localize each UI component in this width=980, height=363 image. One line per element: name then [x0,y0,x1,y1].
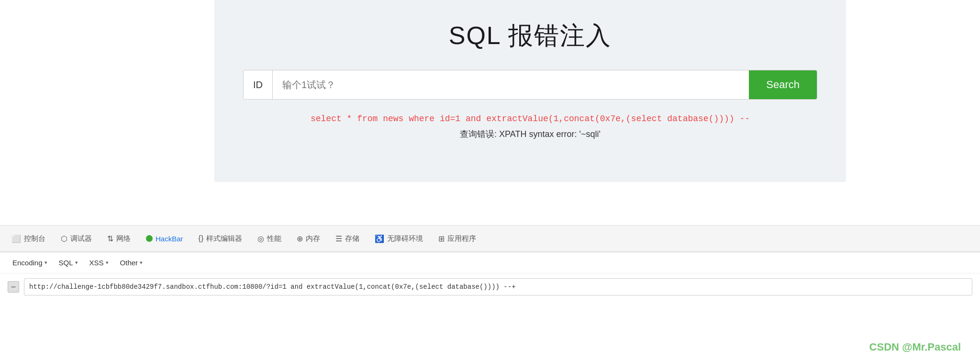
console-icon: ⬜ [11,234,21,243]
tab-memory-label: 内存 [306,234,320,243]
storage-icon: ☰ [335,234,342,243]
tab-debugger-label: 调试器 [70,234,92,243]
tab-network[interactable]: ⇅ 网络 [100,231,137,246]
search-id-label: ID [244,70,273,99]
tab-accessibility-label: 无障碍环境 [387,234,423,243]
top-content-row: SQL 报错注入 ID Search select * from news wh… [0,0,980,182]
hackbar-encoding-menu[interactable]: Encoding ▾ [8,257,52,269]
sql-chevron-icon: ▾ [75,260,78,266]
hackbar-url-area: − [0,273,980,300]
hackbar-sql-label: SQL [59,259,73,267]
hackbar-encoding-label: Encoding [12,259,43,267]
hackbar-xss-menu[interactable]: XSS ▾ [85,257,113,269]
error-message: 查询错误: XPATH syntax error: '~sqli' [460,128,601,140]
tab-performance-label: 性能 [267,234,281,243]
page-title: SQL 报错注入 [449,19,612,53]
other-chevron-icon: ▾ [140,260,143,266]
minus-button[interactable]: − [8,281,19,293]
main-panel: SQL 报错注入 ID Search select * from news wh… [214,0,846,182]
tab-performance[interactable]: ◎ 性能 [251,231,288,246]
devtools-toolbar: ⬜ 控制台 ⬡ 调试器 ⇅ 网络 HackBar {} 样式编辑器 ◎ 性能 [0,225,980,252]
left-sidebar [0,0,107,182]
search-button[interactable]: Search [749,70,817,99]
tab-memory[interactable]: ⊕ 内存 [290,231,327,246]
tab-application[interactable]: ⊞ 应用程序 [432,231,483,246]
search-input[interactable] [273,70,749,99]
hackbar-dot-icon [146,235,153,242]
tab-accessibility[interactable]: ♿ 无障碍环境 [368,231,430,246]
tab-storage-label: 存储 [345,234,359,243]
encoding-chevron-icon: ▾ [45,260,47,266]
hackbar-xss-label: XSS [89,259,104,267]
tab-debugger[interactable]: ⬡ 调试器 [54,231,99,246]
hackbar-other-menu[interactable]: Other ▾ [115,257,148,269]
search-bar: ID Search [243,70,817,100]
xss-chevron-icon: ▾ [106,260,109,266]
hackbar-other-label: Other [120,259,138,267]
network-icon: ⇅ [107,234,113,243]
tab-storage[interactable]: ☰ 存储 [329,231,366,246]
memory-icon: ⊕ [297,234,303,243]
tab-style-editor-label: 样式编辑器 [206,234,242,243]
accessibility-icon: ♿ [375,234,384,243]
tab-application-label: 应用程序 [447,234,476,243]
watermark: CSDN @Mr.Pascal [869,341,961,353]
tab-console-label: 控制台 [24,234,45,243]
tab-style-editor[interactable]: {} 样式编辑器 [192,231,249,246]
middle-gap [0,182,980,225]
hackbar-url-input[interactable] [24,278,972,295]
performance-icon: ◎ [257,234,264,243]
tab-network-label: 网络 [116,234,131,243]
tab-hackbar-label: HackBar [156,235,183,243]
tab-hackbar[interactable]: HackBar [139,232,190,246]
tab-console[interactable]: ⬜ 控制台 [5,231,52,246]
application-icon: ⊞ [438,234,445,243]
debugger-icon: ⬡ [61,234,67,243]
hackbar-menu: Encoding ▾ SQL ▾ XSS ▾ Other ▾ [0,252,980,273]
hackbar-sql-menu[interactable]: SQL ▾ [54,257,83,269]
sql-statement: select * from news where id=1 and extrac… [311,114,750,124]
hackbar-panel: Encoding ▾ SQL ▾ XSS ▾ Other ▾ − [0,252,980,314]
page-wrapper: SQL 报错注入 ID Search select * from news wh… [0,0,980,363]
style-editor-icon: {} [199,234,204,243]
